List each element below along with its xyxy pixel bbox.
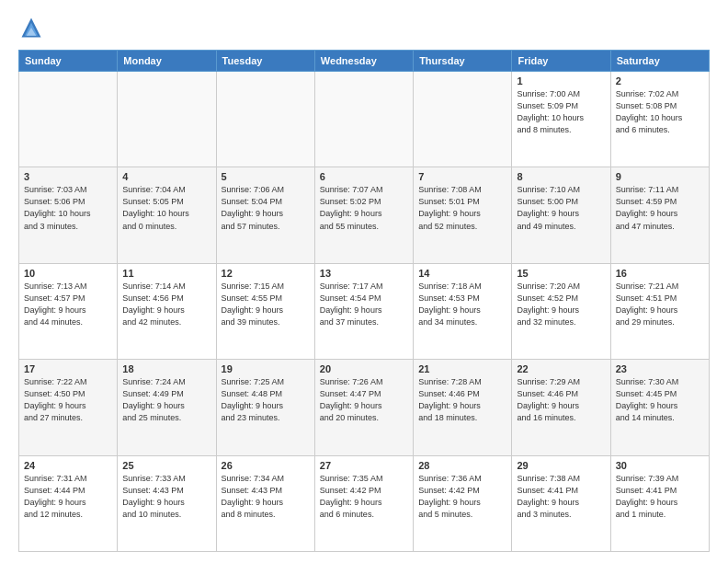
weekday-header-tuesday: Tuesday xyxy=(216,51,314,72)
day-number: 16 xyxy=(616,268,704,279)
calendar-cell: 7Sunrise: 7:08 AM Sunset: 5:01 PM Daylig… xyxy=(414,167,512,263)
calendar-cell: 4Sunrise: 7:04 AM Sunset: 5:05 PM Daylig… xyxy=(118,167,216,263)
day-number: 24 xyxy=(24,460,112,471)
day-info: Sunrise: 7:10 AM Sunset: 5:00 PM Dayligh… xyxy=(517,184,605,232)
calendar-cell: 19Sunrise: 7:25 AM Sunset: 4:48 PM Dayli… xyxy=(216,360,314,455)
calendar-cell xyxy=(414,72,512,167)
calendar-table: SundayMondayTuesdayWednesdayThursdayFrid… xyxy=(18,50,710,552)
calendar-cell: 27Sunrise: 7:35 AM Sunset: 4:42 PM Dayli… xyxy=(314,455,413,551)
day-info: Sunrise: 7:08 AM Sunset: 5:01 PM Dayligh… xyxy=(418,184,506,232)
weekday-header-thursday: Thursday xyxy=(414,51,512,72)
day-info: Sunrise: 7:22 AM Sunset: 4:50 PM Dayligh… xyxy=(24,376,112,424)
day-number: 7 xyxy=(418,171,506,182)
week-row-4: 17Sunrise: 7:22 AM Sunset: 4:50 PM Dayli… xyxy=(19,360,710,455)
calendar-cell: 3Sunrise: 7:03 AM Sunset: 5:06 PM Daylig… xyxy=(19,167,118,263)
day-info: Sunrise: 7:06 AM Sunset: 5:04 PM Dayligh… xyxy=(222,184,310,232)
day-info: Sunrise: 7:35 AM Sunset: 4:42 PM Dayligh… xyxy=(320,473,408,521)
day-number: 1 xyxy=(517,75,605,86)
calendar-cell xyxy=(19,72,118,167)
day-info: Sunrise: 7:15 AM Sunset: 4:55 PM Dayligh… xyxy=(222,281,310,328)
day-number: 26 xyxy=(222,460,310,471)
day-number: 6 xyxy=(320,171,408,182)
calendar-cell: 23Sunrise: 7:30 AM Sunset: 4:45 PM Dayli… xyxy=(610,360,709,455)
day-info: Sunrise: 7:07 AM Sunset: 5:02 PM Dayligh… xyxy=(320,184,408,232)
calendar-cell: 22Sunrise: 7:29 AM Sunset: 4:46 PM Dayli… xyxy=(512,360,610,455)
day-number: 20 xyxy=(320,363,408,374)
day-info: Sunrise: 7:21 AM Sunset: 4:51 PM Dayligh… xyxy=(616,281,704,328)
calendar-cell: 17Sunrise: 7:22 AM Sunset: 4:50 PM Dayli… xyxy=(19,360,118,455)
calendar-cell: 16Sunrise: 7:21 AM Sunset: 4:51 PM Dayli… xyxy=(610,263,709,359)
day-info: Sunrise: 7:04 AM Sunset: 5:05 PM Dayligh… xyxy=(122,184,210,232)
calendar-cell: 6Sunrise: 7:07 AM Sunset: 5:02 PM Daylig… xyxy=(314,167,413,263)
calendar-cell: 15Sunrise: 7:20 AM Sunset: 4:52 PM Dayli… xyxy=(512,263,610,359)
weekday-header-monday: Monday xyxy=(118,51,216,72)
day-number: 27 xyxy=(320,460,408,471)
day-number: 22 xyxy=(517,363,605,374)
day-info: Sunrise: 7:28 AM Sunset: 4:46 PM Dayligh… xyxy=(418,376,506,424)
day-number: 3 xyxy=(24,171,112,182)
calendar-cell: 9Sunrise: 7:11 AM Sunset: 4:59 PM Daylig… xyxy=(610,167,709,263)
calendar-cell: 30Sunrise: 7:39 AM Sunset: 4:41 PM Dayli… xyxy=(610,455,709,551)
calendar-cell: 11Sunrise: 7:14 AM Sunset: 4:56 PM Dayli… xyxy=(118,263,216,359)
calendar-cell: 18Sunrise: 7:24 AM Sunset: 4:49 PM Dayli… xyxy=(118,360,216,455)
weekday-header-row: SundayMondayTuesdayWednesdayThursdayFrid… xyxy=(19,51,710,72)
day-info: Sunrise: 7:31 AM Sunset: 4:44 PM Dayligh… xyxy=(24,473,112,521)
page: SundayMondayTuesdayWednesdayThursdayFrid… xyxy=(0,0,728,563)
header xyxy=(18,15,710,40)
day-number: 19 xyxy=(222,363,310,374)
week-row-5: 24Sunrise: 7:31 AM Sunset: 4:44 PM Dayli… xyxy=(19,455,710,551)
logo xyxy=(18,15,48,40)
day-number: 8 xyxy=(517,171,605,182)
calendar-cell: 1Sunrise: 7:00 AM Sunset: 5:09 PM Daylig… xyxy=(512,72,610,167)
day-number: 13 xyxy=(320,268,408,279)
day-number: 21 xyxy=(418,363,506,374)
calendar-cell: 24Sunrise: 7:31 AM Sunset: 4:44 PM Dayli… xyxy=(19,455,118,551)
day-info: Sunrise: 7:33 AM Sunset: 4:43 PM Dayligh… xyxy=(122,473,210,521)
weekday-header-sunday: Sunday xyxy=(19,51,118,72)
calendar-cell xyxy=(118,72,216,167)
weekday-header-wednesday: Wednesday xyxy=(314,51,413,72)
day-number: 15 xyxy=(517,268,605,279)
calendar-cell: 25Sunrise: 7:33 AM Sunset: 4:43 PM Dayli… xyxy=(118,455,216,551)
day-number: 9 xyxy=(616,171,704,182)
day-number: 28 xyxy=(418,460,506,471)
calendar-cell: 29Sunrise: 7:38 AM Sunset: 4:41 PM Dayli… xyxy=(512,455,610,551)
weekday-header-friday: Friday xyxy=(512,51,610,72)
calendar-cell: 10Sunrise: 7:13 AM Sunset: 4:57 PM Dayli… xyxy=(19,263,118,359)
weekday-header-saturday: Saturday xyxy=(610,51,709,72)
day-number: 18 xyxy=(122,363,210,374)
day-number: 2 xyxy=(616,75,704,86)
week-row-2: 3Sunrise: 7:03 AM Sunset: 5:06 PM Daylig… xyxy=(19,167,710,263)
day-info: Sunrise: 7:25 AM Sunset: 4:48 PM Dayligh… xyxy=(222,376,310,424)
calendar-cell: 21Sunrise: 7:28 AM Sunset: 4:46 PM Dayli… xyxy=(414,360,512,455)
logo-icon xyxy=(18,15,44,40)
day-number: 4 xyxy=(122,171,210,182)
day-number: 17 xyxy=(24,363,112,374)
day-number: 11 xyxy=(122,268,210,279)
week-row-3: 10Sunrise: 7:13 AM Sunset: 4:57 PM Dayli… xyxy=(19,263,710,359)
day-info: Sunrise: 7:39 AM Sunset: 4:41 PM Dayligh… xyxy=(616,473,704,521)
calendar-cell: 2Sunrise: 7:02 AM Sunset: 5:08 PM Daylig… xyxy=(610,72,709,167)
calendar-cell: 5Sunrise: 7:06 AM Sunset: 5:04 PM Daylig… xyxy=(216,167,314,263)
calendar-cell: 14Sunrise: 7:18 AM Sunset: 4:53 PM Dayli… xyxy=(414,263,512,359)
day-info: Sunrise: 7:13 AM Sunset: 4:57 PM Dayligh… xyxy=(24,281,112,328)
day-number: 30 xyxy=(616,460,704,471)
day-number: 12 xyxy=(222,268,310,279)
day-info: Sunrise: 7:11 AM Sunset: 4:59 PM Dayligh… xyxy=(616,184,704,232)
day-info: Sunrise: 7:14 AM Sunset: 4:56 PM Dayligh… xyxy=(122,281,210,328)
calendar-cell xyxy=(314,72,413,167)
day-number: 10 xyxy=(24,268,112,279)
day-info: Sunrise: 7:38 AM Sunset: 4:41 PM Dayligh… xyxy=(517,473,605,521)
calendar-cell: 20Sunrise: 7:26 AM Sunset: 4:47 PM Dayli… xyxy=(314,360,413,455)
day-info: Sunrise: 7:02 AM Sunset: 5:08 PM Dayligh… xyxy=(616,88,704,136)
day-info: Sunrise: 7:17 AM Sunset: 4:54 PM Dayligh… xyxy=(320,281,408,328)
calendar-cell: 28Sunrise: 7:36 AM Sunset: 4:42 PM Dayli… xyxy=(414,455,512,551)
day-info: Sunrise: 7:29 AM Sunset: 4:46 PM Dayligh… xyxy=(517,376,605,424)
day-info: Sunrise: 7:00 AM Sunset: 5:09 PM Dayligh… xyxy=(517,88,605,136)
calendar-cell xyxy=(216,72,314,167)
day-info: Sunrise: 7:30 AM Sunset: 4:45 PM Dayligh… xyxy=(616,376,704,424)
calendar-cell: 26Sunrise: 7:34 AM Sunset: 4:43 PM Dayli… xyxy=(216,455,314,551)
day-number: 29 xyxy=(517,460,605,471)
day-info: Sunrise: 7:20 AM Sunset: 4:52 PM Dayligh… xyxy=(517,281,605,328)
calendar-cell: 12Sunrise: 7:15 AM Sunset: 4:55 PM Dayli… xyxy=(216,263,314,359)
